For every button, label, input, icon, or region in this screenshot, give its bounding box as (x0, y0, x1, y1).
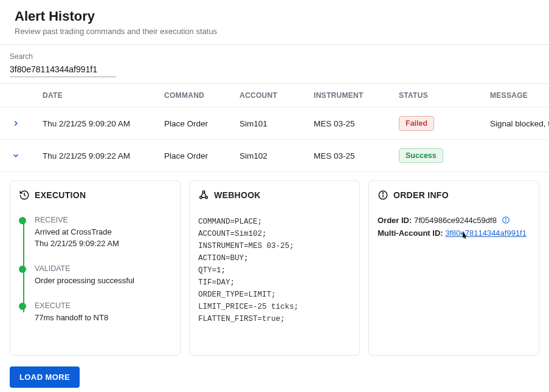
multi-account-row: Multi-Account ID: 3f80e78114344af991f1 (378, 229, 530, 238)
search-label: Search (10, 52, 539, 61)
search-section: Search (0, 45, 549, 84)
step-text: Thu 2/21/25 9:09:22 AM (35, 238, 171, 250)
step-label: EXECUTE (35, 301, 171, 310)
multi-account-label: Multi-Account ID: (378, 229, 443, 238)
col-command: COMMAND (164, 91, 240, 100)
webhook-panel: WEBHOOK COMMAND=PLACE; ACCOUNT=Sim102; I… (189, 181, 360, 356)
webhook-icon (198, 190, 209, 201)
footer: LOAD MORE (0, 366, 549, 392)
table-row: Thu 2/21/25 9:09:20 AM Place Order Sim10… (0, 108, 549, 140)
svg-point-2 (202, 191, 205, 193)
col-status: STATUS (399, 91, 490, 100)
cell-account: Sim102 (240, 151, 314, 160)
expand-toggle[interactable] (0, 119, 32, 128)
order-id-label: Order ID: (378, 216, 412, 225)
order-info-title: ORDER INFO (393, 190, 449, 200)
timeline-step: RECEIVE Arrived at CrossTrade Thu 2/21/2… (35, 216, 171, 250)
svg-point-8 (505, 218, 506, 219)
col-date: DATE (32, 91, 164, 100)
table-header: DATE COMMAND ACCOUNT INSTRUMENT STATUS M… (0, 84, 549, 108)
chevron-down-icon (12, 151, 20, 160)
cell-date: Thu 2/21/25 9:09:22 AM (32, 151, 164, 160)
col-message: MESSAGE (490, 91, 549, 100)
load-more-button[interactable]: LOAD MORE (10, 366, 80, 388)
cell-instrument: MES 03-25 (314, 119, 399, 128)
execution-panel: EXECUTION RECEIVE Arrived at CrossTrade … (10, 181, 181, 356)
cell-date: Thu 2/21/25 9:09:20 AM (32, 119, 164, 128)
timeline-step: EXECUTE 77ms handoff to NT8 (35, 301, 171, 324)
alerts-table: DATE COMMAND ACCOUNT INSTRUMENT STATUS M… (0, 84, 549, 172)
order-id-value: 7f054986ce9244c59df8 (414, 216, 497, 225)
expand-toggle[interactable] (0, 151, 32, 160)
info-circle-icon[interactable] (502, 216, 510, 224)
status-badge: Failed (399, 116, 434, 131)
order-id-row: Order ID: 7f054986ce9244c59df8 (378, 216, 530, 225)
timeline-step: VALIDATE Order processing successful (35, 264, 171, 287)
order-info-panel: ORDER INFO Order ID: 7f054986ce9244c59df… (368, 181, 539, 356)
page-title: Alert History (15, 9, 537, 24)
chevron-right-icon (12, 119, 20, 128)
cell-status: Success (399, 148, 490, 163)
col-instrument: INSTRUMENT (314, 91, 399, 100)
timeline-dot-icon (19, 217, 26, 224)
svg-point-5 (382, 193, 383, 193)
page-header: Alert History Review past trading comman… (0, 0, 549, 45)
step-label: VALIDATE (35, 264, 171, 273)
cell-status: Failed (399, 116, 490, 131)
webhook-payload: COMMAND=PLACE; ACCOUNT=Sim102; INSTRUMEN… (198, 216, 351, 325)
table-row: Thu 2/21/25 9:09:22 AM Place Order Sim10… (0, 140, 549, 172)
cell-account: Sim101 (240, 119, 314, 128)
svg-point-1 (205, 196, 208, 199)
page-subtitle: Review past trading commands and their e… (15, 27, 537, 36)
execution-timeline: RECEIVE Arrived at CrossTrade Thu 2/21/2… (19, 216, 171, 323)
search-input[interactable] (10, 62, 116, 77)
step-text: Arrived at CrossTrade (35, 227, 171, 238)
info-icon (378, 190, 388, 201)
multi-account-link[interactable]: 3f80e78114344af991f1 (445, 229, 527, 238)
detail-panels: EXECUTION RECEIVE Arrived at CrossTrade … (0, 172, 549, 366)
cell-instrument: MES 03-25 (314, 151, 399, 160)
cell-command: Place Order (164, 119, 240, 128)
timeline-dot-icon (19, 266, 26, 273)
step-label: RECEIVE (35, 216, 171, 224)
step-text: Order processing successful (35, 275, 171, 287)
timeline-dot-icon (19, 303, 26, 310)
cell-message: Signal blocked, time (490, 119, 549, 128)
col-account: ACCOUNT (240, 91, 314, 100)
status-badge: Success (399, 148, 443, 163)
step-text: 77ms handoff to NT8 (35, 312, 171, 324)
history-icon (19, 190, 30, 201)
cell-command: Place Order (164, 151, 240, 160)
webhook-title: WEBHOOK (214, 190, 261, 200)
svg-point-0 (200, 196, 202, 199)
execution-title: EXECUTION (35, 190, 86, 200)
